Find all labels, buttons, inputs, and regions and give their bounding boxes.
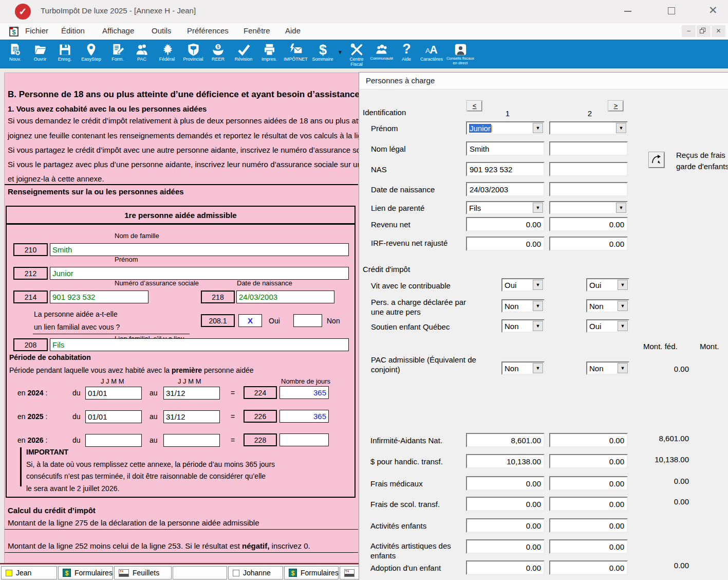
vit-avec-combo-1[interactable]: Oui ▼ <box>501 278 545 292</box>
pac-combo-1[interactable]: Non ▼ <box>501 361 545 375</box>
nas-input[interactable]: 901 923 532 <box>50 291 148 303</box>
frais-medicaux-input-2[interactable]: 0.00 <box>549 476 628 491</box>
child-minimize-button[interactable]: – <box>682 25 696 37</box>
date-naissance-input-2[interactable] <box>549 182 628 196</box>
nas-input-2[interactable] <box>549 162 628 176</box>
pers-declaree-combo-2[interactable]: Non ▼ <box>586 299 629 313</box>
soutien-quebec-combo-1[interactable]: Non ▼ <box>501 319 545 333</box>
vit-avec-combo-2[interactable]: Oui ▼ <box>586 278 629 292</box>
menu-edition[interactable]: Édition <box>61 26 85 35</box>
tab-formulaires-jean[interactable]: $ Formulaires <box>58 566 113 579</box>
chevron-down-icon[interactable]: ▼ <box>533 280 543 290</box>
menu-fichier[interactable]: Fichier <box>25 26 48 35</box>
lien-parente-combo-1[interactable]: Fils ▼ <box>466 201 545 214</box>
toolbar-reer-button[interactable]: $ REER <box>206 40 230 68</box>
lien-non-checkbox[interactable] <box>293 314 322 327</box>
cohab-2024-days[interactable]: 365 <box>279 386 329 399</box>
toolbar-conseils-button[interactable]: Conseils fiscauxen direct <box>445 40 475 68</box>
tab-feuillets[interactable]: T4 Feuillets <box>114 566 172 579</box>
receipts-jump-button[interactable] <box>649 152 664 168</box>
chevron-down-icon[interactable]: ▼ <box>533 301 543 311</box>
frais-scol-input-2[interactable]: 0.00 <box>549 497 628 511</box>
menu-outils[interactable]: Outils <box>152 26 171 35</box>
lien-oui-checkbox[interactable]: X <box>238 314 262 327</box>
chevron-down-icon[interactable]: ▼ <box>533 203 543 213</box>
activites-artistiques-input-2[interactable]: 0.00 <box>549 539 628 554</box>
adoption-input-1[interactable]: 0.00 <box>466 560 545 575</box>
chevron-down-icon[interactable]: ▼ <box>616 123 626 133</box>
handicap-transf-input-1[interactable]: 10,138.00 <box>466 454 545 468</box>
lien-familial-input[interactable]: Fils <box>50 338 349 351</box>
prenom-combo-2[interactable]: ▼ <box>549 121 628 135</box>
toolbar-provincial-button[interactable]: Provincial <box>180 40 206 68</box>
pac-combo-2[interactable]: Non ▼ <box>586 361 629 375</box>
close-button[interactable]: ✕ <box>708 4 718 16</box>
cohab-2025-days[interactable]: 365 <box>279 410 329 423</box>
prenom-input[interactable]: Junior <box>50 267 349 280</box>
toolbar-impotnet-button[interactable]: IMPÔTNET <box>282 40 310 68</box>
menu-aide[interactable]: Aide <box>285 26 301 35</box>
date-naissance-input[interactable]: 24/03/2003 <box>236 291 334 303</box>
nom-legal-input-1[interactable]: Smith <box>466 141 545 156</box>
nas-input-1[interactable]: 901 923 532 <box>466 162 545 176</box>
child-close-button[interactable]: ✕ <box>712 25 725 37</box>
toolbar-open-button[interactable]: Ouvrir <box>28 40 52 68</box>
toolbar-revision-button[interactable]: Révision <box>230 40 257 68</box>
lien-parente-combo-2[interactable]: ▼ <box>549 201 628 214</box>
revenu-net-input-2[interactable]: 0.00 <box>549 217 628 231</box>
toolbar-federal-button[interactable]: Fédéral <box>154 40 180 68</box>
maximize-button[interactable] <box>668 7 675 14</box>
toolbar-caracteres-button[interactable]: AA Caractères <box>418 40 445 68</box>
date-naissance-input-1[interactable]: 24/03/2003 <box>466 182 545 196</box>
chevron-down-icon[interactable]: ▼ <box>533 363 543 373</box>
toolbar-pac-button[interactable]: PAC <box>130 40 154 68</box>
tab-jean[interactable]: Jean <box>1 566 57 579</box>
irf-revenu-input-1[interactable]: 0.00 <box>466 237 545 251</box>
toolbar-sommaire-button[interactable]: $ Sommaire <box>310 40 335 68</box>
menu-fenetre[interactable]: Fenêtre <box>244 26 270 35</box>
cohab-2024-du-input[interactable]: 01/01 <box>85 387 142 400</box>
tab-johanne[interactable]: Johanne <box>228 566 283 579</box>
chevron-down-icon[interactable]: ▼ <box>618 321 628 331</box>
toolbar-print-button[interactable]: Impres. <box>257 40 282 68</box>
toolbar-more-dropdown[interactable]: ▼ <box>335 40 345 55</box>
toolbar-communaute-button[interactable]: Communauté <box>368 40 395 68</box>
cohab-2026-days[interactable] <box>279 433 329 446</box>
activites-enfants-input-2[interactable]: 0.00 <box>549 518 628 533</box>
tab-formulaires-johanne[interactable]: $ Formulaires <box>284 566 339 579</box>
chevron-down-icon[interactable]: ▼ <box>618 363 628 373</box>
chevron-down-icon[interactable]: ▼ <box>618 301 628 311</box>
toolbar-forms-button[interactable]: Form. <box>105 40 130 68</box>
tab-blank[interactable] <box>173 566 227 579</box>
minimize-button[interactable] <box>624 11 631 12</box>
nom-legal-input-2[interactable] <box>549 141 628 156</box>
menu-preferences[interactable]: Préférences <box>187 26 229 35</box>
menu-affichage[interactable]: Affichage <box>102 26 134 35</box>
pers-declaree-combo-1[interactable]: Non ▼ <box>501 299 545 313</box>
cohab-2026-au-input[interactable] <box>163 434 220 447</box>
cohab-2024-au-input[interactable]: 31/12 <box>163 387 220 400</box>
handicap-transf-input-2[interactable]: 0.00 <box>549 454 628 468</box>
prenom-combo-1[interactable]: Junior ▼ <box>466 121 545 135</box>
activites-artistiques-input-1[interactable]: 0.00 <box>466 539 545 554</box>
infirmite-input-1[interactable]: 8,601.00 <box>466 433 545 447</box>
irf-revenu-input-2[interactable]: 0.00 <box>549 237 628 251</box>
chevron-down-icon[interactable]: ▼ <box>618 280 628 290</box>
toolbar-aide-button[interactable]: ? Aide <box>395 40 418 68</box>
adoption-input-2[interactable]: 0.00 <box>549 560 628 575</box>
cohab-2025-au-input[interactable]: 31/12 <box>163 410 220 423</box>
activites-enfants-input-1[interactable]: 0.00 <box>466 518 545 533</box>
toolbar-centre-fiscal-button[interactable]: CentreFiscal <box>345 40 368 68</box>
toolbar-save-button[interactable]: Enreg. <box>52 40 77 68</box>
revenu-net-input-1[interactable]: 0.00 <box>466 217 545 231</box>
child-restore-button[interactable] <box>697 25 711 37</box>
toolbar-easystep-button[interactable]: EasyStep <box>77 40 105 68</box>
toolbar-new-button[interactable]: Nouv. <box>3 40 28 68</box>
cohab-2026-du-input[interactable] <box>85 434 142 447</box>
chevron-down-icon[interactable]: ▼ <box>533 123 543 133</box>
next-dependant-button[interactable]: > <box>608 101 623 111</box>
chevron-down-icon[interactable]: ▼ <box>616 203 626 213</box>
chevron-down-icon[interactable]: ▼ <box>533 321 543 331</box>
infirmite-input-2[interactable]: 0.00 <box>549 433 628 447</box>
frais-medicaux-input-1[interactable]: 0.00 <box>466 476 545 491</box>
